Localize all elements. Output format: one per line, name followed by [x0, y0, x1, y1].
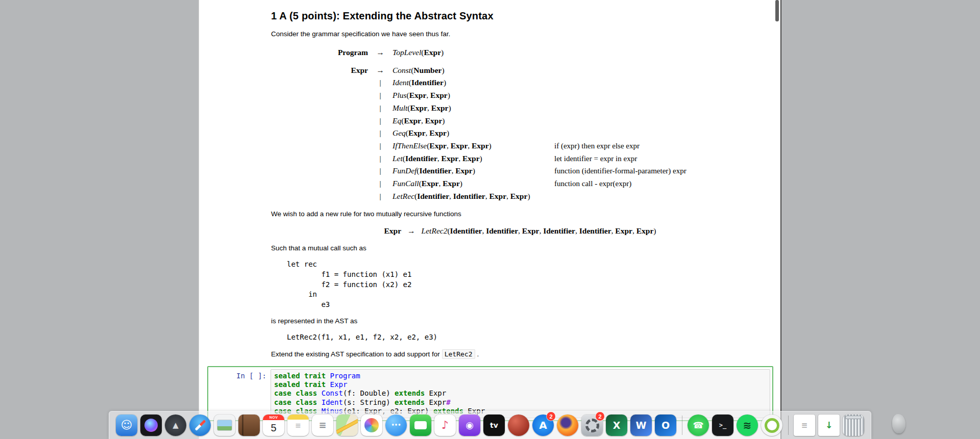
- downloads-icon: ↓: [818, 415, 840, 436]
- dock-item-red-sphere[interactable]: [506, 414, 531, 437]
- grammar-note: [554, 64, 769, 77]
- notebook-page: 1 A (5 points): Extending the Abstract S…: [199, 0, 781, 439]
- dock-item-green-ring-app[interactable]: [760, 414, 784, 437]
- production: TopLevel(Expr): [393, 48, 444, 57]
- dock-divider: [678, 414, 686, 437]
- system-preferences-icon-detail: [585, 419, 599, 432]
- dock-item-messages[interactable]: •••: [384, 414, 408, 437]
- grammar-note: if (expr) then expr else expr: [554, 140, 769, 152]
- grammar-expr: Expr→Const(Number)|Ident(Identifier)|Plu…: [271, 64, 769, 203]
- grammar-note: [554, 115, 769, 127]
- downloads-glyph: ↓: [825, 421, 832, 430]
- dock-item-maps[interactable]: [335, 414, 359, 437]
- alternative-bar: |: [368, 102, 393, 115]
- dock-item-music[interactable]: ♪: [433, 414, 457, 437]
- grammar-lhs: [271, 165, 368, 177]
- alternative-bar: |: [368, 89, 393, 102]
- grammar-row: Expr→Const(Number): [271, 64, 769, 77]
- calendar-month-label: NOV: [263, 415, 284, 420]
- word-icon: W: [630, 415, 652, 436]
- grammar-production: Ident(Identifier): [393, 76, 554, 89]
- dock-item-outlook[interactable]: O: [653, 414, 678, 437]
- code-line: case class Const(f: Double) extends Expr: [274, 389, 767, 398]
- grammar-lhs: [271, 140, 368, 152]
- grammar-production: Mult(Expr, Expr): [393, 102, 554, 115]
- dock: ☺▲NOV5≡≡•••♪◉tvA22XWO☎>_≋≡↓: [109, 411, 871, 439]
- grammar-note: [554, 76, 769, 89]
- arrow-symbol: →: [368, 46, 393, 59]
- dock-item-facetime[interactable]: [408, 414, 433, 437]
- whatsapp-glyph: ☎: [693, 421, 703, 430]
- dock-item-text-document[interactable]: ≡: [792, 414, 817, 437]
- grammar-row: |FunDef(Identifier, Expr)function (ident…: [271, 165, 769, 177]
- code-line: case class Ident(s: String) extends Expr…: [274, 398, 767, 407]
- preview-icon: [214, 415, 235, 436]
- grammar-production: Let(Identifier, Expr, Expr): [393, 152, 554, 165]
- dock-item-tv[interactable]: tv: [482, 414, 506, 437]
- tv-glyph: tv: [490, 422, 498, 429]
- dock-item-calendar[interactable]: NOV5: [261, 414, 286, 437]
- production: Mult(Expr, Expr): [393, 104, 451, 112]
- photos-icon-detail: [364, 418, 379, 432]
- dock-item-excel[interactable]: X: [604, 414, 629, 437]
- dock-item-spotify[interactable]: ≋: [735, 414, 760, 437]
- para-extend-suffix: .: [477, 350, 479, 358]
- dock-item-firefox[interactable]: [555, 414, 580, 437]
- alternative-bar: |: [368, 152, 393, 165]
- podcasts-glyph: ◉: [465, 421, 474, 430]
- para-such-that: Such that a mutual call such as: [271, 244, 769, 252]
- dock-item-reminders[interactable]: ≡: [310, 414, 335, 437]
- tv-icon: tv: [483, 415, 505, 436]
- notebook-markdown: 1 A (5 points): Extending the Abstract S…: [199, 0, 780, 358]
- grammar-lhs: [271, 152, 368, 165]
- podcasts-icon: ◉: [459, 415, 480, 436]
- dock-item-podcasts[interactable]: ◉: [457, 414, 482, 437]
- dock-item-contacts[interactable]: [237, 414, 261, 437]
- grammar-lhs: [271, 190, 368, 203]
- section-title: 1 A (5 points): Extending the Abstract S…: [271, 10, 769, 22]
- terminal-glyph: >_: [719, 422, 726, 428]
- finder-icon: ☺: [116, 415, 137, 436]
- grammar-row: Program→TopLevel(Expr): [271, 46, 769, 59]
- safari-icon-detail: [194, 420, 206, 431]
- messages-glyph: •••: [391, 423, 401, 428]
- intro-paragraph: Consider the grammar specification we ha…: [271, 30, 769, 38]
- dock-item-downloads[interactable]: ↓: [817, 414, 841, 437]
- desktop-item[interactable]: [892, 414, 905, 433]
- grammar-note: [554, 89, 769, 102]
- dock-item-launchpad[interactable]: ▲: [163, 414, 188, 437]
- grammar-row: |Mult(Expr, Expr): [271, 102, 769, 115]
- grammar-row: |Plus(Expr, Expr): [271, 89, 769, 102]
- spotify-glyph: ≋: [743, 420, 752, 430]
- dock-item-trash[interactable]: [841, 414, 866, 437]
- dock-item-terminal[interactable]: >_: [710, 414, 735, 437]
- grammar-note: [554, 46, 769, 59]
- dock-item-finder[interactable]: ☺: [114, 414, 139, 437]
- preview-icon-detail: [217, 420, 232, 431]
- scrollbar-thumb[interactable]: [775, 0, 779, 21]
- dock-item-app-store[interactable]: A2: [531, 414, 555, 437]
- dock-item-whatsapp[interactable]: ☎: [686, 414, 710, 437]
- alternative-bar: |: [368, 140, 393, 152]
- para-extend-prefix: Extend the existing AST specification to…: [271, 350, 440, 358]
- calendar-day-label: 5: [263, 420, 284, 436]
- grammar-note: [554, 102, 769, 115]
- facetime-icon-detail: [414, 421, 427, 429]
- dock-item-safari[interactable]: [188, 414, 212, 437]
- alternative-bar: |: [368, 127, 393, 140]
- dock-item-system-preferences[interactable]: 2: [580, 414, 604, 437]
- grammar-note: [554, 190, 769, 203]
- contacts-icon: [238, 415, 260, 436]
- contacts-icon-detail: [242, 415, 243, 436]
- dock-item-notes[interactable]: ≡: [286, 414, 310, 437]
- dock-item-word[interactable]: W: [629, 414, 653, 437]
- dock-item-photos[interactable]: [359, 414, 384, 437]
- maps-icon: [336, 415, 358, 436]
- production: Let(Identifier, Expr, Expr): [393, 154, 482, 163]
- green-ring-app-icon-detail: [765, 418, 779, 433]
- dock-item-preview[interactable]: [212, 414, 237, 437]
- spotify-icon: ≋: [737, 415, 758, 436]
- photos-icon: [361, 415, 382, 436]
- dock-item-siri[interactable]: [139, 414, 163, 437]
- para-ast: is represented in the AST as: [271, 317, 769, 325]
